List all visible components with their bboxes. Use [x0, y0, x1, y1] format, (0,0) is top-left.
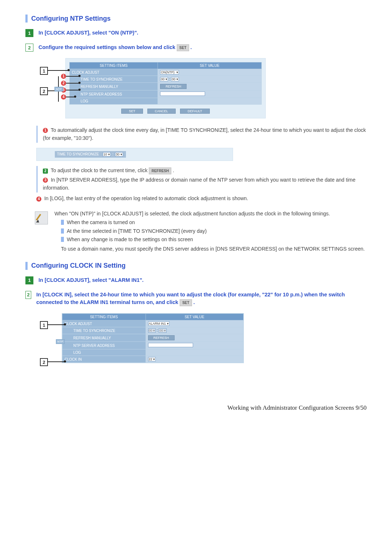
ntp-addr-input[interactable]: [160, 92, 205, 96]
step-2-text-b: .: [191, 44, 192, 50]
val-clock-adjust: ON(NTP) ▾: [158, 69, 262, 76]
val2-time: 00 ▾ : 00 ▾: [146, 327, 243, 334]
row2-refresh: REFRESH MANUALLY: [62, 334, 146, 342]
row-ntp-addr: NTP SERVER ADDRESS: [70, 90, 158, 98]
step-1-text: In [CLOCK ADJUST], select "ON (NTP)".: [38, 29, 138, 37]
step2-2b: .: [193, 299, 195, 305]
row2-clockin: CLOCK IN: [62, 356, 146, 363]
bullet-3: 3: [43, 178, 48, 183]
time2-min: 00 ▾: [159, 328, 167, 333]
ntp-addr-input-2[interactable]: [148, 343, 193, 347]
row-log: LOG: [70, 98, 158, 105]
th-value-2: SET VALUE: [146, 314, 243, 320]
callout-dot: [68, 69, 70, 71]
refresh-button-inline[interactable]: REFRESH: [149, 167, 171, 175]
callout-line: [47, 70, 68, 71]
step-2-text: Configure the required settings shown be…: [38, 44, 192, 52]
step2-1-row: 1 In [CLOCK ADJUST], select "ALARM IN1".: [25, 276, 367, 284]
row2-addr: NTP SERVER ADDRESS: [62, 342, 146, 349]
bullet-2: 2: [43, 169, 48, 174]
callout-line: [66, 90, 79, 90]
callout-line: [47, 361, 65, 362]
val-refresh: REFRESH: [158, 83, 262, 90]
time2-sep: :: [157, 328, 158, 332]
time2-hour: 00 ▾: [148, 328, 156, 333]
timestrip: TIME TO SYNCHRONIZE 10 ▾ : 30 ▾: [55, 151, 126, 158]
callout-line: [66, 76, 79, 77]
desc-1-text: To automatically adjust the clock time e…: [43, 127, 366, 141]
callout-dot: [74, 96, 76, 98]
clockin-select[interactable]: 22 ▾: [148, 357, 156, 361]
val2-log: [146, 349, 243, 356]
set-button[interactable]: SET: [121, 109, 143, 114]
step-badge-2b: 2: [25, 291, 31, 299]
callout-line: [47, 324, 65, 325]
step-badge-2: 2: [25, 44, 33, 52]
callout-dot: [78, 82, 81, 84]
step-1-row: 1 In [CLOCK ADJUST], select "ON (NTP)".: [25, 29, 367, 37]
settings-table-2: SETTING ITEMS SET VALUE CLOCK ADJUST ALA…: [62, 313, 244, 363]
callout-big-1b: 1: [40, 321, 48, 329]
section-heading-clockin: Configuring CLOCK IN Setting: [25, 262, 367, 270]
button-row: SET CANCEL DEFAULT: [69, 108, 262, 114]
desc-block-3: 4 In [LOG], the last entry of the operat…: [36, 194, 367, 203]
timestrip-min[interactable]: 30 ▾: [115, 152, 123, 157]
bullet-sq: [61, 228, 64, 234]
settings-panel-ntp: SETTING ITEMS SET VALUE CLOCK ADJUST ON(…: [65, 58, 266, 118]
screenshot-ntp: 1 2 1 2 3 4 NTP SETTING ITEMS SET VALUE: [40, 58, 266, 118]
desc-block-1: 1 To automatically adjust the clock time…: [36, 126, 367, 143]
note-b1: When the camera is turned on: [61, 219, 365, 227]
row-time-sync: TIME TO SYNCHRONIZE: [70, 76, 158, 83]
step-2-text-a: Configure the required settings shown be…: [38, 44, 177, 50]
callout-big-2: 2: [40, 87, 48, 95]
th-items: SETTING ITEMS: [70, 62, 158, 69]
refresh-button-2[interactable]: REFRESH: [148, 335, 175, 340]
desc-2b: .: [171, 167, 174, 173]
timestrip-panel: TIME TO SYNCHRONIZE 10 ▾ : 30 ▾: [36, 148, 233, 161]
ntp-badge-2: NTP: [56, 339, 65, 344]
note-b3: When any change is made to the settings …: [61, 236, 365, 244]
set-button-inline-2[interactable]: SET: [180, 299, 192, 306]
default-button[interactable]: DEFAULT: [180, 109, 210, 114]
callout-line: [66, 83, 79, 84]
time-min-select[interactable]: 00 ▾: [171, 77, 179, 81]
val2-clockin: 22 ▾: [146, 356, 243, 363]
timestrip-sep: :: [112, 152, 113, 156]
th-items-2: SETTING ITEMS: [62, 314, 146, 320]
heading-title: Configuring NTP Settings: [31, 15, 111, 23]
step-2-row: 2 Configure the required settings shown …: [25, 44, 367, 52]
cancel-button[interactable]: CANCEL: [147, 109, 176, 114]
step-badge-1b: 1: [25, 276, 33, 284]
desc-2a: To adjust the clock to the current time,…: [49, 167, 149, 173]
section-heading-ntp: Configuring NTP Settings: [25, 15, 367, 23]
settings-table: SETTING ITEMS SET VALUE CLOCK ADJUST ON(…: [69, 62, 262, 105]
row2-log: LOG: [62, 349, 146, 356]
note-line-1: When "ON (NTP)" in [CLOCK ADJUST] is sel…: [54, 210, 365, 218]
callout-line: [66, 97, 75, 97]
timestrip-hour[interactable]: 10 ▾: [103, 152, 111, 157]
ntp-badge: NTP: [54, 87, 63, 92]
bullet-sq: [61, 237, 64, 242]
note-body: When "ON (NTP)" in [CLOCK ADJUST] is sel…: [54, 210, 365, 253]
val-time-sync: 00 ▾ : 00 ▾: [158, 76, 262, 83]
clock-adjust-select-2[interactable]: ALARM IN1 ▾: [148, 321, 170, 326]
val-log: [158, 98, 262, 105]
set-button-inline[interactable]: SET: [177, 44, 189, 51]
timestrip-label: TIME TO SYNCHRONIZE: [57, 152, 99, 156]
row-clock-adjust: CLOCK ADJUST: [70, 69, 158, 76]
row2-clock: CLOCK ADJUST: [62, 320, 146, 327]
row2-time: TIME TO SYNCHRONIZE: [62, 327, 146, 334]
note-b3-text: When any change is made to the settings …: [67, 236, 193, 244]
val2-clock: ALARM IN1 ▾: [146, 320, 243, 327]
page-footer: Working with Administrator Configuration…: [25, 404, 367, 412]
desc-4: In [LOG], the last entry of the operatio…: [43, 195, 248, 201]
bullet-sq: [61, 220, 64, 225]
callout-big-2b: 2: [40, 358, 48, 366]
step2-2-text: In [CLOCK IN], select the 24-hour time t…: [36, 291, 367, 307]
bullet-4: 4: [36, 197, 41, 202]
refresh-button[interactable]: REFRESH: [160, 84, 187, 89]
clock-adjust-select[interactable]: ON(NTP) ▾: [160, 70, 179, 74]
screenshot-clockin: 1 2 NTP SETTING ITEMS SET VALUE CLOCK AD…: [40, 313, 244, 363]
time-hour-select[interactable]: 00 ▾: [160, 77, 168, 81]
time-sep: :: [169, 77, 170, 81]
